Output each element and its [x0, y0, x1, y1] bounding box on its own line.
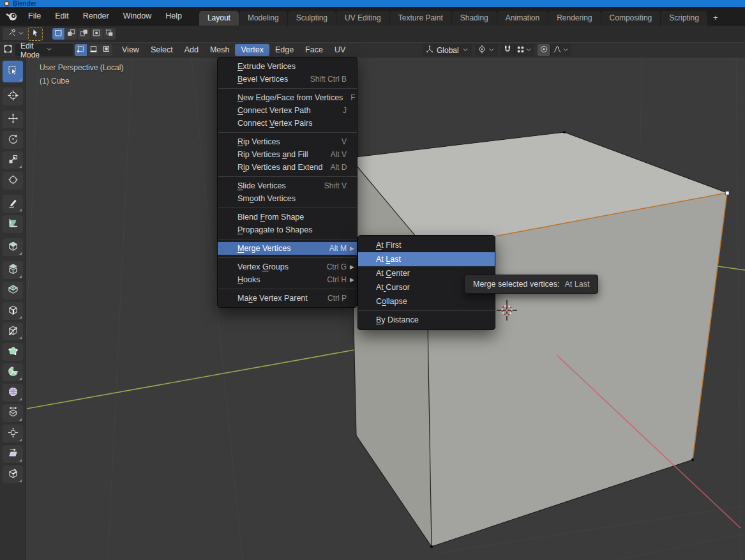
- bevel-icon: [8, 305, 19, 318]
- mode-intersect-button[interactable]: [103, 28, 116, 40]
- vertex-select-mode-button[interactable]: [75, 44, 87, 56]
- menu-item-label: Make Vertex Parent: [237, 294, 320, 303]
- header-menu-add[interactable]: Add: [179, 44, 204, 56]
- editor-type-button[interactable]: [1, 44, 14, 56]
- menu-item-merge-vertices[interactable]: Merge VerticesAlt M▶: [218, 242, 357, 255]
- workspace-tab-animation[interactable]: Animation: [497, 11, 548, 26]
- mode-invert-button[interactable]: [91, 28, 103, 40]
- menu-item-new-edge-face-from-vertices[interactable]: New Edge/Face from VerticesF: [218, 91, 357, 104]
- vertex-menu-popup: Extrude VerticesBevel VerticesShift Ctrl…: [217, 57, 357, 308]
- menu-item-collapse[interactable]: Collapse: [358, 294, 495, 308]
- tool-smooth-button[interactable]: [3, 384, 23, 402]
- mode-set-button[interactable]: [52, 28, 64, 40]
- header-menu-edge[interactable]: Edge: [269, 44, 299, 56]
- magnet-icon: [503, 45, 512, 56]
- menu-item-hooks[interactable]: HooksCtrl H▶: [218, 273, 357, 286]
- menu-item-rip-vertices-and-fill[interactable]: Rip Vertices and FillAlt V: [218, 148, 357, 161]
- mode-extend-button[interactable]: [65, 28, 77, 40]
- workspace-tab-uv-editing[interactable]: UV Editing: [336, 11, 389, 26]
- tool-add-cube-button[interactable]: [3, 238, 23, 256]
- tool-settings-bar: [0, 26, 745, 42]
- workspace-tab-sculpting[interactable]: Sculpting: [288, 11, 336, 26]
- menubar-item-window[interactable]: Window: [116, 9, 158, 23]
- menu-item-at-first[interactable]: At First: [358, 238, 495, 252]
- workspace-tabs: LayoutModelingSculptingUV EditingTexture…: [199, 7, 724, 26]
- workspace-tab-scripting[interactable]: Scripting: [661, 11, 707, 26]
- cube-mesh[interactable]: [350, 131, 729, 548]
- tool-knife-button[interactable]: [3, 322, 23, 340]
- mode-subtract-button[interactable]: [78, 28, 90, 40]
- menu-item-extrude-vertices[interactable]: Extrude Vertices: [218, 60, 357, 73]
- mode-dropdown[interactable]: Edit Mode: [15, 44, 73, 56]
- menu-item-make-vertex-parent[interactable]: Make Vertex ParentCtrl P: [218, 292, 357, 305]
- poly-build-icon: [8, 345, 19, 359]
- tool-shrink-fatten-button[interactable]: [3, 425, 23, 443]
- header-menu-vertex[interactable]: Vertex: [235, 44, 269, 56]
- snap-target-dropdown[interactable]: [514, 44, 534, 56]
- menubar-item-edit[interactable]: Edit: [48, 9, 76, 23]
- menu-item-shortcut: Shift Ctrl B: [310, 75, 347, 84]
- menu-item-at-last[interactable]: At Last: [358, 252, 495, 266]
- add-workspace-button[interactable]: +: [708, 11, 723, 26]
- tool-select-box-button[interactable]: [3, 61, 23, 82]
- header-menu-select[interactable]: Select: [145, 44, 179, 56]
- menu-item-propagate-to-shapes[interactable]: Propagate to Shapes: [218, 223, 357, 236]
- menu-item-label: Collapse: [376, 297, 485, 306]
- menubar-item-help[interactable]: Help: [158, 9, 189, 23]
- tool-shear-button[interactable]: [3, 445, 23, 463]
- tool-edge-slide-button[interactable]: [3, 404, 23, 422]
- top-menu-bar: FileEditRenderWindowHelp LayoutModelingS…: [0, 7, 745, 26]
- menu-item-slide-vertices[interactable]: Slide VerticesShift V: [218, 179, 357, 192]
- mode-extend-icon: [66, 28, 76, 40]
- header-menu-view[interactable]: View: [116, 44, 145, 56]
- workspace-tab-rendering[interactable]: Rendering: [548, 11, 600, 26]
- blender-logo-icon[interactable]: [4, 10, 19, 22]
- menubar-item-render[interactable]: Render: [76, 9, 116, 23]
- menu-item-smooth-vertices[interactable]: Smooth Vertices: [218, 192, 357, 205]
- active-tool-dropdown[interactable]: [3, 27, 29, 40]
- tool-bevel-button[interactable]: [3, 302, 23, 320]
- tool-poly-build-button[interactable]: [3, 343, 23, 361]
- snap-toggle-button[interactable]: [501, 44, 514, 56]
- menu-item-connect-vertex-pairs[interactable]: Connect Vertex Pairs: [218, 117, 357, 130]
- menubar-item-file[interactable]: File: [21, 9, 48, 23]
- pivot-point-dropdown[interactable]: [475, 44, 498, 56]
- tool-annotate-button[interactable]: [3, 195, 23, 213]
- falloff-dropdown[interactable]: [550, 44, 571, 56]
- active-tool-indicator[interactable]: [28, 27, 43, 41]
- workspace-tab-layout[interactable]: Layout: [199, 11, 239, 26]
- header-menu-mesh[interactable]: Mesh: [204, 44, 236, 56]
- menu-item-bevel-vertices[interactable]: Bevel VerticesShift Ctrl B: [218, 73, 357, 86]
- tool-transform-button[interactable]: [3, 172, 23, 190]
- extrude-region-icon: [8, 264, 19, 277]
- menu-item-by-distance[interactable]: By Distance: [358, 313, 495, 327]
- workspace-tab-texture-paint[interactable]: Texture Paint: [390, 11, 451, 26]
- menu-item-rip-vertices-and-extend[interactable]: Rip Vertices and ExtendAlt D: [218, 161, 357, 174]
- menu-item-vertex-groups[interactable]: Vertex GroupsCtrl G▶: [218, 261, 357, 273]
- tool-move-button[interactable]: [3, 110, 23, 128]
- menu-item-blend-from-shape[interactable]: Blend From Shape: [218, 211, 357, 223]
- tool-rip-region-button[interactable]: [3, 465, 23, 483]
- workspace-tab-modeling[interactable]: Modeling: [239, 11, 287, 26]
- measure-icon: [8, 218, 19, 231]
- tool-spin-button[interactable]: [3, 363, 23, 381]
- edge-select-mode-button[interactable]: [87, 44, 100, 56]
- face-select-mode-button[interactable]: [100, 44, 112, 56]
- tool-inset-faces-button[interactable]: [3, 282, 23, 299]
- tool-rotate-button[interactable]: [3, 131, 23, 149]
- header-menu-face[interactable]: Face: [299, 44, 329, 56]
- menu-item-rip-vertices[interactable]: Rip VerticesV: [218, 135, 357, 148]
- proportional-editing-toggle[interactable]: [538, 44, 550, 56]
- chevron-down-icon: [462, 45, 469, 56]
- workspace-tab-shading[interactable]: Shading: [452, 11, 497, 26]
- blender-window: Blender FileEditRenderWindowHelp LayoutM…: [0, 0, 745, 560]
- tool-measure-button[interactable]: [3, 215, 23, 233]
- transform-orientation-dropdown[interactable]: Global: [423, 44, 472, 56]
- menu-item-label: Extrude Vertices: [237, 62, 347, 71]
- tool-cursor-button[interactable]: [3, 87, 23, 105]
- menu-item-connect-vertex-path[interactable]: Connect Vertex PathJ: [218, 104, 357, 117]
- tool-extrude-region-button[interactable]: [3, 261, 23, 279]
- tool-scale-button[interactable]: [3, 151, 23, 169]
- workspace-tab-compositing[interactable]: Compositing: [601, 11, 661, 26]
- header-menu-uv[interactable]: UV: [329, 44, 351, 56]
